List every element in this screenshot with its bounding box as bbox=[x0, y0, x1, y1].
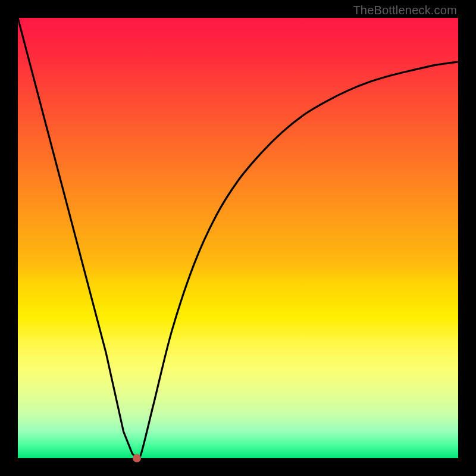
curve-path bbox=[18, 18, 458, 458]
chart-frame bbox=[18, 18, 458, 458]
bottleneck-curve bbox=[18, 18, 458, 458]
min-point-marker bbox=[133, 454, 141, 462]
watermark-text: TheBottleneck.com bbox=[353, 4, 457, 17]
